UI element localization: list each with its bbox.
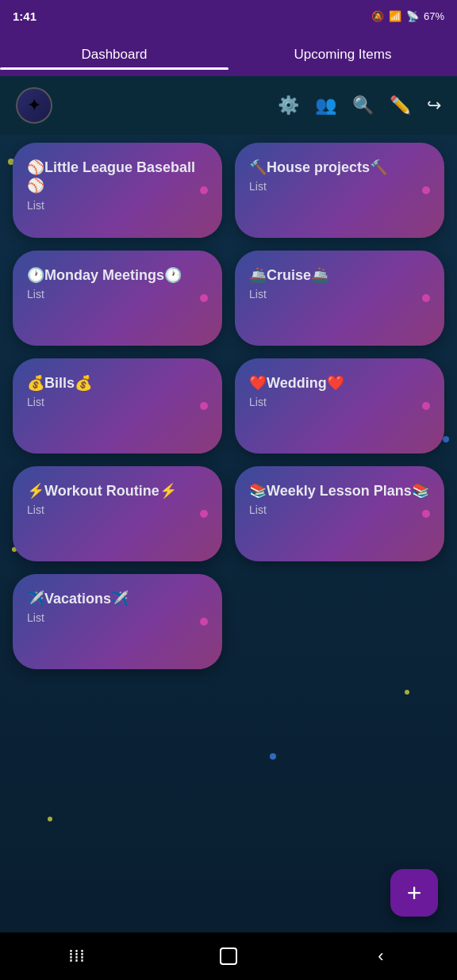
card-workout-title: ⚡Workout Routine⚡ xyxy=(27,482,208,500)
card-weekly-lesson-subtitle: List xyxy=(249,503,430,516)
card-cruise-title: 🚢Cruise🚢 xyxy=(249,266,430,285)
edit-icon[interactable]: ✏️ xyxy=(390,95,411,116)
card-house-projects-title: 🔨House projects🔨 xyxy=(249,159,430,177)
card-bills[interactable]: 💰Bills💰 List xyxy=(13,358,222,454)
card-cruise-dot xyxy=(422,294,430,302)
card-weekly-lesson-title: 📚Weekly Lesson Plans📚 xyxy=(249,482,430,500)
add-button[interactable]: + xyxy=(390,869,438,917)
card-monday-meetings-dot xyxy=(200,294,208,302)
status-icons: 🔕 📶 📡 67% xyxy=(371,10,444,22)
nav-home-button[interactable] xyxy=(213,940,244,972)
card-little-league-subtitle: List xyxy=(27,199,208,212)
card-little-league-title: ⚾Little League Baseball⚾ xyxy=(27,159,208,196)
add-icon: + xyxy=(407,879,422,908)
back-icon: ‹ xyxy=(378,946,383,967)
card-wedding[interactable]: ❤️Wedding❤️ List xyxy=(235,358,444,454)
signal-icon: 📡 xyxy=(406,10,419,22)
card-monday-meetings-subtitle: List xyxy=(27,288,208,301)
tab-dashboard[interactable]: Dashboard xyxy=(0,47,228,76)
deco-dot xyxy=(270,753,276,760)
logo-icon: ✦ xyxy=(27,95,41,116)
tab-upcoming-indicator xyxy=(228,67,457,70)
battery-level: 67% xyxy=(424,10,444,22)
header-row: ✦ ⚙️ 👥 🔍 ✏️ ↪ xyxy=(0,76,457,135)
card-house-projects[interactable]: 🔨House projects🔨 List xyxy=(235,143,444,238)
logout-icon[interactable]: ↪ xyxy=(427,95,441,116)
card-wedding-dot xyxy=(422,402,430,410)
tab-dashboard-label: Dashboard xyxy=(81,47,147,63)
card-bills-title: 💰Bills💰 xyxy=(27,374,208,392)
card-little-league[interactable]: ⚾Little League Baseball⚾ List xyxy=(13,143,222,238)
settings-icon[interactable]: ⚙️ xyxy=(278,95,299,116)
card-wedding-subtitle: List xyxy=(249,396,430,408)
card-house-projects-dot xyxy=(422,186,430,194)
card-bills-dot xyxy=(200,402,208,410)
card-cruise[interactable]: 🚢Cruise🚢 List xyxy=(235,251,444,346)
card-workout-subtitle: List xyxy=(27,503,208,516)
tab-upcoming[interactable]: Upcoming Items xyxy=(228,47,457,76)
card-weekly-lesson[interactable]: 📚Weekly Lesson Plans📚 List xyxy=(235,466,444,561)
tab-bar: Dashboard Upcoming Items xyxy=(0,32,457,76)
deco-dot xyxy=(48,817,52,821)
card-vacations-subtitle: List xyxy=(27,611,208,624)
card-vacations-title: ✈️Vacations✈️ xyxy=(27,590,208,608)
tab-upcoming-label: Upcoming Items xyxy=(294,47,392,63)
nav-menu-button[interactable]: ⁞⁞⁞ xyxy=(60,940,92,972)
menu-icon: ⁞⁞⁞ xyxy=(68,946,85,967)
card-vacations-dot xyxy=(200,618,208,626)
card-weekly-lesson-dot xyxy=(422,510,430,518)
nav-back-button[interactable]: ‹ xyxy=(365,940,397,972)
wifi-icon: 📶 xyxy=(389,10,401,22)
card-cruise-subtitle: List xyxy=(249,288,430,301)
card-wedding-title: ❤️Wedding❤️ xyxy=(249,374,430,392)
mute-icon: 🔕 xyxy=(371,10,384,22)
card-bills-subtitle: List xyxy=(27,396,208,408)
card-vacations[interactable]: ✈️Vacations✈️ List xyxy=(13,574,222,669)
cards-grid: ⚾Little League Baseball⚾ List 🔨House pro… xyxy=(13,143,444,669)
bottom-nav: ⁞⁞⁞ ‹ xyxy=(0,932,457,980)
search-icon[interactable]: 🔍 xyxy=(352,95,374,116)
status-bar: 1:41 🔕 📶 📡 67% xyxy=(0,0,457,32)
main-content: ⚾Little League Baseball⚾ List 🔨House pro… xyxy=(0,135,457,932)
people-icon[interactable]: 👥 xyxy=(315,95,336,116)
app-logo[interactable]: ✦ xyxy=(16,87,52,124)
status-time: 1:41 xyxy=(13,10,36,23)
card-monday-meetings-title: 🕐Monday Meetings🕐 xyxy=(27,266,208,285)
deco-dot xyxy=(405,690,409,695)
card-workout[interactable]: ⚡Workout Routine⚡ List xyxy=(13,466,222,561)
card-workout-dot xyxy=(200,510,208,518)
card-monday-meetings[interactable]: 🕐Monday Meetings🕐 List xyxy=(13,251,222,346)
card-house-projects-subtitle: List xyxy=(249,180,430,193)
header-icons: ⚙️ 👥 🔍 ✏️ ↪ xyxy=(278,95,441,116)
card-little-league-dot xyxy=(200,186,208,194)
home-icon xyxy=(220,947,237,965)
tab-dashboard-indicator xyxy=(0,67,228,70)
